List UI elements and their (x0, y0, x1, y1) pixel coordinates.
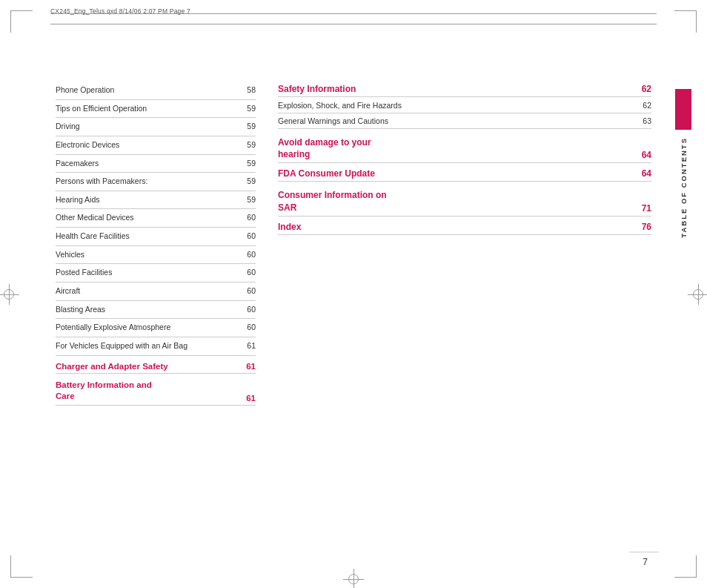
right-toc-label: General Warnings and Cautions (278, 116, 643, 125)
right-sidebar: TABLE OF CONTENTS (673, 89, 694, 282)
toc-label: Potentially Explosive Atmosphere (56, 323, 247, 333)
toc-page: 59 (247, 176, 256, 187)
toc-section-label: Charger and Adapter Safety (56, 362, 246, 371)
toc-row-explosive-atmosphere: Potentially Explosive Atmosphere 60 (56, 319, 256, 337)
crop-mark-bl (10, 555, 33, 578)
toc-row-aircraft: Aircraft 60 (56, 283, 256, 301)
toc-page: 60 (247, 250, 256, 260)
toc-page: 59 (247, 104, 256, 114)
right-section-hearing: Avoid damage to yourhearing 64 (278, 132, 651, 163)
right-section-label: FDA Consumer Update (278, 168, 375, 179)
toc-label: Aircraft (56, 286, 247, 297)
toc-label: Vehicles (56, 250, 247, 260)
toc-page: 61 (247, 341, 256, 351)
right-toc-row-general-warnings: General Warnings and Cautions 63 (278, 113, 651, 129)
content-area: Phone Operation 58 Tips on Efficient Ope… (56, 82, 651, 544)
circle-mark-bottom (348, 574, 359, 584)
toc-row-tips: Tips on Efficient Operation 59 (56, 100, 256, 119)
toc-label: Pacemakers (56, 159, 247, 169)
header-line-bottom (50, 24, 657, 24)
toc-row-other-medical: Other Medical Devices 60 (56, 209, 256, 228)
toc-page: 60 (247, 323, 256, 333)
right-section-safety: Safety Information 62 (278, 82, 651, 97)
toc-label: Phone Operation (56, 85, 247, 96)
circle-mark-left (4, 289, 14, 300)
circle-mark-right (693, 289, 703, 300)
toc-section-charger: Charger and Adapter Safety 61 (56, 357, 256, 374)
right-toc-page: 62 (643, 101, 651, 110)
toc-page: 60 (247, 268, 256, 278)
right-toc-label: Explosion, Shock, and Fire Hazards (278, 101, 643, 110)
toc-row-electronic-devices: Electronic Devices 59 (56, 136, 256, 155)
toc-section-label: Battery Information andCare (56, 380, 152, 403)
toc-page: 59 (247, 140, 256, 151)
toc-label: Other Medical Devices (56, 213, 247, 223)
sidebar-label: TABLE OF CONTENTS (680, 137, 688, 238)
right-section-page: 71 (642, 203, 651, 214)
toc-label: Tips on Efficient Operation (56, 104, 247, 114)
toc-label: Posted Facilities (56, 268, 247, 278)
toc-section-page: 61 (246, 362, 256, 371)
toc-section-battery: Battery Information andCare 61 (56, 375, 256, 406)
toc-row-driving: Driving 59 (56, 118, 256, 136)
right-column: Safety Information 62 Explosion, Shock, … (278, 82, 651, 544)
toc-row-vehicles: Vehicles 60 (56, 246, 256, 265)
toc-page: 58 (247, 85, 256, 96)
toc-label: Health Care Facilities (56, 231, 247, 242)
sidebar-color-block (675, 89, 691, 130)
right-section-fda: FDA Consumer Update 64 (278, 166, 651, 182)
right-section-page: 64 (642, 150, 651, 160)
toc-row-blasting-areas: Blasting Areas 60 (56, 301, 256, 320)
toc-page: 60 (247, 305, 256, 315)
toc-label: Hearing Aids (56, 195, 247, 205)
left-column: Phone Operation 58 Tips on Efficient Ope… (56, 82, 256, 544)
right-section-sar: Consumer Information onSAR 71 (278, 185, 651, 216)
toc-section-page: 61 (246, 394, 256, 403)
crop-mark-tl (10, 10, 33, 33)
page-number: 7 (643, 557, 648, 567)
right-section-label: Index (278, 222, 301, 232)
toc-page: 60 (247, 231, 256, 242)
toc-page: 59 (247, 159, 256, 169)
page-divider (629, 552, 659, 552)
page: CX245_Eng_Telus.qxd 8/14/06 2:07 PM Page… (0, 0, 707, 588)
toc-page: 59 (247, 195, 256, 205)
right-toc-page: 63 (643, 116, 651, 125)
toc-row-hearing-aids: Hearing Aids 59 (56, 191, 256, 210)
toc-row-air-bag: For Vehicles Equipped with an Air Bag 61 (56, 337, 256, 356)
toc-row-posted-facilities: Posted Facilities 60 (56, 264, 256, 283)
right-section-label: Consumer Information onSAR (278, 189, 387, 213)
right-section-page: 64 (642, 168, 651, 179)
toc-row-persons-pacemakers: Persons with Pacemakers: 59 (56, 173, 256, 191)
crop-mark-br (674, 555, 697, 578)
toc-row-phone-operation: Phone Operation 58 (56, 82, 256, 100)
toc-page: 60 (247, 213, 256, 223)
crop-mark-tr (674, 10, 697, 33)
toc-label: Driving (56, 122, 247, 132)
right-section-index: Index 76 (278, 219, 651, 235)
right-section-label: Safety Information (278, 84, 356, 94)
right-toc-row-explosion: Explosion, Shock, and Fire Hazards 62 (278, 98, 651, 113)
toc-label: Persons with Pacemakers: (56, 176, 247, 187)
right-section-page: 76 (642, 222, 651, 232)
right-section-page: 62 (642, 84, 651, 94)
toc-label: Electronic Devices (56, 140, 247, 151)
toc-page: 59 (247, 122, 256, 132)
toc-label: For Vehicles Equipped with an Air Bag (56, 341, 247, 351)
toc-page: 60 (247, 286, 256, 297)
toc-row-health-care: Health Care Facilities 60 (56, 228, 256, 246)
toc-row-pacemakers: Pacemakers 59 (56, 155, 256, 174)
right-section-label: Avoid damage to yourhearing (278, 136, 371, 160)
toc-label: Blasting Areas (56, 305, 247, 315)
header-line-top (50, 13, 657, 14)
